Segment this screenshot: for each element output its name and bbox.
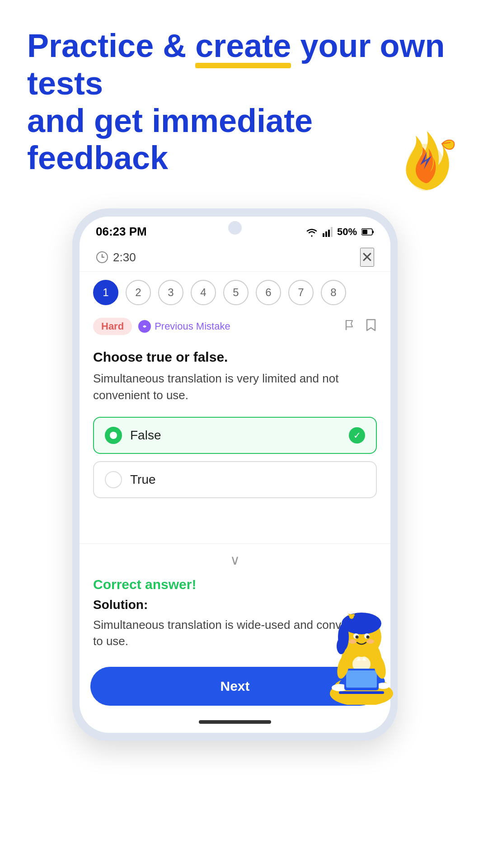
check-icon: ✓ <box>349 427 365 443</box>
tag-mistake-label: Previous Mistake <box>155 321 230 332</box>
timer: 2:30 <box>96 250 136 264</box>
phone-notch <box>228 221 242 235</box>
battery-text: 50% <box>337 226 357 238</box>
answer-false[interactable]: False ✓ <box>93 417 377 454</box>
question-section: Choose true or false. Simultaneous trans… <box>80 341 390 408</box>
quiz-header: 2:30 ✕ <box>80 243 390 272</box>
tags-right <box>343 319 377 335</box>
question-text: Simultaneous translation is very limited… <box>93 370 377 403</box>
status-time: 06:23 PM <box>96 225 147 239</box>
wifi-icon <box>305 227 318 237</box>
question-num-2[interactable]: 2 <box>126 280 151 305</box>
status-icons: 50% <box>305 226 374 238</box>
character-illustration <box>312 578 411 705</box>
next-button-label: Next <box>220 679 249 694</box>
header-title-line2: and get immediate feedback <box>27 103 313 176</box>
tag-hard: Hard <box>93 318 132 335</box>
flag-icon[interactable] <box>343 319 356 335</box>
answer-true-left: True <box>105 471 156 488</box>
question-num-3[interactable]: 3 <box>158 280 183 305</box>
question-num-8[interactable]: 8 <box>321 280 346 305</box>
home-indicator <box>80 714 390 733</box>
mistake-icon <box>138 320 151 333</box>
timer-value: 2:30 <box>113 250 136 264</box>
svg-point-33 <box>366 635 370 638</box>
svg-rect-20 <box>346 670 377 688</box>
question-title: Choose true or false. <box>93 349 377 365</box>
question-num-1[interactable]: 1 <box>93 280 118 305</box>
svg-rect-2 <box>323 233 324 237</box>
signal-icon <box>323 227 333 237</box>
svg-point-28 <box>337 638 346 654</box>
home-bar <box>199 720 271 724</box>
svg-rect-8 <box>362 230 367 234</box>
svg-point-35 <box>367 639 374 644</box>
answer-false-label: False <box>130 428 161 443</box>
tag-previous-mistake: Previous Mistake <box>138 320 230 333</box>
underline-word: create <box>195 27 291 65</box>
svg-point-34 <box>349 639 356 644</box>
tags-left: Hard Previous Mistake <box>93 318 230 335</box>
radio-false <box>105 427 122 444</box>
svg-rect-3 <box>325 231 327 237</box>
svg-rect-4 <box>328 230 330 237</box>
header-title: Practice & create your own tests and get… <box>27 27 461 177</box>
battery-icon <box>361 228 374 236</box>
svg-point-32 <box>356 635 359 638</box>
bookmark-icon[interactable] <box>365 319 377 335</box>
chevron-down-icon[interactable]: ∨ <box>230 552 240 568</box>
empty-space <box>80 507 390 543</box>
timer-icon <box>96 251 108 264</box>
question-num-6[interactable]: 6 <box>256 280 281 305</box>
phone-container: 06:23 PM 50% <box>72 208 398 741</box>
svg-point-29 <box>349 614 354 619</box>
header-section: Practice & create your own tests and get… <box>0 0 488 190</box>
tags-row: Hard Previous Mistake <box>80 313 390 341</box>
answer-true-label: True <box>130 472 156 487</box>
radio-true <box>105 471 122 488</box>
svg-point-16 <box>377 683 389 689</box>
close-button[interactable]: ✕ <box>360 248 374 267</box>
question-num-7[interactable]: 7 <box>288 280 314 305</box>
chevron-row: ∨ <box>80 544 390 572</box>
radio-inner <box>110 432 117 439</box>
answers-section: False ✓ True <box>80 408 390 507</box>
svg-rect-7 <box>372 231 374 233</box>
question-num-5[interactable]: 5 <box>223 280 249 305</box>
svg-rect-5 <box>331 227 333 237</box>
answer-false-left: False <box>105 427 161 444</box>
question-num-4[interactable]: 4 <box>191 280 216 305</box>
svg-rect-22 <box>339 691 384 694</box>
question-numbers: 1 2 3 4 5 6 7 8 <box>80 272 390 313</box>
answer-true[interactable]: True <box>93 461 377 498</box>
